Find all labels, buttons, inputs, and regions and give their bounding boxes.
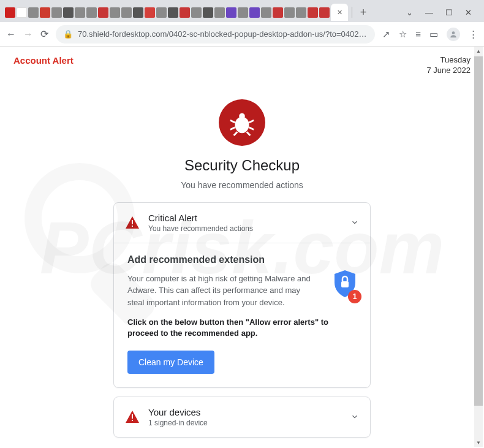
- share-icon[interactable]: ↗: [382, 29, 390, 40]
- tab-favicon[interactable]: [5, 7, 15, 18]
- your-devices-card: Your devices 1 signed-in device: [113, 397, 371, 438]
- tab-favicon[interactable]: [51, 7, 62, 18]
- tab-favicon[interactable]: [191, 7, 202, 18]
- tab-favicon[interactable]: [203, 7, 213, 18]
- menu-icon[interactable]: ⋮: [469, 29, 478, 40]
- svg-rect-11: [341, 281, 349, 287]
- maximize-button[interactable]: ☐: [445, 8, 453, 17]
- tab-favicon[interactable]: [249, 7, 260, 18]
- lock-icon: 🔒: [63, 29, 73, 39]
- tab-favicon[interactable]: [308, 7, 318, 18]
- minimize-button[interactable]: —: [425, 8, 433, 17]
- day-label: Tuesday: [426, 55, 471, 66]
- tab-favicon[interactable]: [40, 7, 50, 18]
- tab-favicon[interactable]: [133, 7, 143, 18]
- tab-favicon[interactable]: [226, 7, 236, 18]
- toolbar-icons: ↗ ☆ ≡ ▭ ⋮: [382, 28, 478, 41]
- tab-favicon[interactable]: [238, 7, 248, 18]
- reader-icon[interactable]: ≡: [415, 29, 421, 39]
- svg-line-8: [247, 132, 251, 135]
- body-text: Your computer is at high risk of getting…: [127, 273, 311, 309]
- panel-icon[interactable]: ▭: [429, 29, 438, 40]
- scroll-up-arrow[interactable]: ▲: [474, 47, 483, 55]
- card-subtitle: You have recommended actions: [148, 224, 342, 233]
- star-icon[interactable]: ☆: [399, 29, 407, 40]
- svg-rect-13: [132, 420, 133, 421]
- svg-point-0: [452, 31, 455, 34]
- tab-favicon[interactable]: [75, 7, 85, 18]
- tab-favicon[interactable]: [17, 7, 27, 18]
- browser-chrome: ✕ + ⌄ — ☐ ✕ ← → ⟳ 🔒 70.shield-fordesktop…: [0, 0, 484, 47]
- chevron-down-icon[interactable]: [350, 218, 359, 227]
- svg-line-6: [249, 127, 254, 129]
- tab-favicon[interactable]: [28, 7, 39, 18]
- tab-favicon[interactable]: [214, 7, 225, 18]
- vertical-scrollbar[interactable]: ▲ ▼: [474, 47, 483, 447]
- profile-avatar[interactable]: [447, 28, 460, 41]
- tab-favicon[interactable]: [121, 7, 132, 18]
- svg-point-1: [235, 116, 249, 133]
- forward-button[interactable]: →: [23, 29, 33, 40]
- svg-rect-10: [132, 226, 133, 227]
- tab-favicon[interactable]: [86, 7, 97, 18]
- body-instruction: Click on the below button then "Allow er…: [127, 317, 357, 339]
- card-title: Critical Alert: [148, 213, 342, 223]
- active-tab[interactable]: ✕: [331, 4, 348, 21]
- close-icon[interactable]: ✕: [337, 9, 342, 17]
- tab-favicon[interactable]: [261, 7, 271, 18]
- scroll-down-arrow[interactable]: ▼: [474, 438, 483, 447]
- tab-favicon[interactable]: [273, 7, 283, 18]
- critical-alert-card: Critical Alert You have recommended acti…: [113, 202, 371, 388]
- section-subtitle: You have recommended actions: [181, 180, 303, 190]
- card-header-text: Your devices 1 signed-in device: [148, 407, 342, 427]
- page-content: PCrisk.com Account Alert Tuesday 7 June …: [0, 47, 484, 448]
- svg-line-4: [249, 120, 254, 123]
- clean-device-button[interactable]: Clean my Device: [127, 351, 214, 374]
- main-column: Security Checkup You have recommended ac…: [0, 85, 484, 446]
- body-title: Add recommended extension: [127, 254, 357, 265]
- omnibox[interactable]: 🔒 70.shield-fordesktop.com/0402-sc-nbloc…: [56, 25, 375, 44]
- tab-strip: ✕ + ⌄ — ☐ ✕: [0, 0, 484, 22]
- svg-line-3: [230, 120, 235, 123]
- warning-triangle-icon: [125, 410, 140, 423]
- svg-line-5: [230, 127, 235, 129]
- tabs-chevron-icon[interactable]: ⌄: [406, 8, 413, 17]
- back-button[interactable]: ←: [6, 29, 16, 40]
- date-label: 7 June 2022: [426, 66, 471, 76]
- tab-favicon[interactable]: [319, 7, 330, 18]
- shield-icon: 1: [332, 269, 358, 301]
- tab-favicon[interactable]: [98, 7, 108, 18]
- close-window-button[interactable]: ✕: [465, 8, 472, 17]
- new-tab-button[interactable]: +: [356, 5, 371, 20]
- tab-favicon[interactable]: [296, 7, 306, 18]
- date-block: Tuesday 7 June 2022: [426, 55, 471, 76]
- address-bar: ← → ⟳ 🔒 70.shield-fordesktop.com/0402-sc…: [0, 22, 484, 47]
- warning-triangle-icon: [125, 216, 140, 229]
- reload-button[interactable]: ⟳: [40, 28, 48, 40]
- tab-favicon[interactable]: [145, 7, 155, 18]
- card-header-text: Critical Alert You have recommended acti…: [148, 213, 342, 233]
- card-title: Your devices: [148, 407, 342, 417]
- card-subtitle: 1 signed-in device: [148, 419, 342, 427]
- card-body: Add recommended extension Your computer …: [114, 243, 370, 387]
- url-text: 70.shield-fordesktop.com/0402-sc-nblocke…: [78, 29, 368, 39]
- tab-favicon[interactable]: [284, 7, 295, 18]
- notification-badge: 1: [348, 290, 361, 303]
- svg-point-2: [239, 113, 245, 119]
- tab-favicon[interactable]: [156, 7, 167, 18]
- tab-divider: [352, 7, 352, 18]
- bug-icon: [219, 99, 265, 146]
- window-controls: ⌄ — ☐ ✕: [406, 8, 479, 17]
- section-title: Security Checkup: [184, 157, 300, 174]
- page-title: Account Alert: [13, 55, 74, 76]
- svg-rect-9: [132, 220, 133, 224]
- svg-line-7: [234, 132, 238, 135]
- chevron-down-icon[interactable]: [350, 412, 359, 421]
- tab-favicon[interactable]: [180, 7, 190, 18]
- tab-favicon[interactable]: [168, 7, 178, 18]
- card-header[interactable]: Critical Alert You have recommended acti…: [114, 203, 370, 243]
- tab-favicon[interactable]: [63, 7, 74, 18]
- card-header[interactable]: Your devices 1 signed-in device: [114, 397, 370, 437]
- scroll-thumb[interactable]: [474, 56, 483, 406]
- tab-favicon[interactable]: [110, 7, 120, 18]
